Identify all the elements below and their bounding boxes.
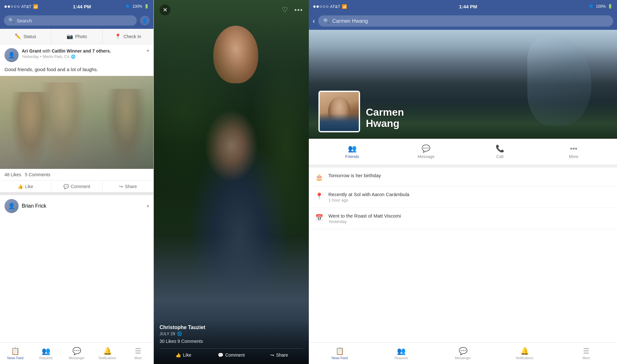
photo-comment-action[interactable]: 💬 Comment (207, 352, 255, 358)
nav-newsfeed-1[interactable]: 📋 News Feed (0, 343, 31, 364)
profile-clothes (320, 113, 359, 131)
profile-search-input[interactable]: 🔍 Carmen Hwang (318, 15, 613, 27)
nav-more-3[interactable]: ☰ More (555, 343, 617, 364)
photo-date-text: JULY 29 (160, 331, 175, 336)
status-bar-right-1: 🔵 100% 🔋 (126, 4, 149, 9)
nav-newsfeed-3[interactable]: 📋 News Feed (309, 343, 370, 364)
requests-label-1: Requests (39, 356, 53, 360)
heart-icon[interactable]: ♡ (282, 6, 288, 14)
comments-label-1: 5 Comments (25, 172, 50, 177)
nav-messenger-1[interactable]: 💬 Messenger (62, 343, 92, 364)
avatar-img-1: 👤 (4, 48, 19, 62)
info-text-event: Went to the Roast of Matt Viscomi Yester… (328, 213, 611, 224)
photo-like-action[interactable]: 👍 Like (160, 352, 207, 358)
nav-messenger-3[interactable]: 💬 Messenger (432, 343, 494, 364)
post-photo-1[interactable] (0, 76, 153, 169)
status-bar-left-3: AT&T 📶 (313, 4, 347, 9)
carrier-3: AT&T (330, 4, 340, 9)
author-name-1[interactable]: Ari Grant (22, 48, 41, 54)
photo-icon: 📷 (67, 33, 73, 39)
next-post-preview: 👤 Brian Frick ▾ (0, 195, 153, 217)
friends-icon-1[interactable]: 👤 (140, 16, 150, 25)
more-icon-1: ☰ (135, 347, 141, 355)
dot4-3 (323, 5, 325, 8)
comment-label-1: Comment (71, 184, 90, 189)
messenger-icon-1: 💬 (72, 347, 81, 355)
time-ago-1: Yesterday (22, 54, 39, 59)
dot5-3 (326, 5, 328, 8)
post-chevron-1[interactable]: ▾ (147, 48, 149, 53)
dot5 (17, 5, 20, 8)
more-action-label: More (569, 154, 579, 159)
action-bar-1: ✏️ Status 📷 Photo 📍 Check In (0, 29, 153, 44)
call-action-icon: 📞 (496, 145, 504, 153)
photo-like-icon: 👍 (176, 352, 181, 358)
search-placeholder-1: Search (17, 18, 32, 23)
forest-right (154, 0, 309, 364)
newsfeed-icon-1: 📋 (11, 347, 20, 355)
checkin-icon: 📍 (115, 33, 121, 39)
notifications-icon-1: 🔔 (103, 347, 112, 355)
friends-action-label: Friends (345, 154, 359, 159)
tagged-friends-1[interactable]: Caitlin Winner and 7 others. (52, 48, 111, 54)
photo-label: Photo (75, 34, 87, 39)
notifications-icon-3: 🔔 (520, 347, 529, 355)
bottom-nav-3: 📋 News Feed 👥 Requests 💬 Messenger 🔔 Not… (309, 342, 617, 364)
profile-name-line1: Carmen (366, 107, 404, 118)
post-time-1: Yesterday • Menlo Park, CA 🌐 (22, 54, 144, 59)
call-action-btn[interactable]: 📞 Call (463, 142, 537, 161)
birthday-icon: 🎂 (315, 173, 323, 181)
search-bar-1: 🔍 Search 👤 (0, 13, 153, 29)
more-action-btn[interactable]: ••• More (537, 142, 611, 161)
panel-photo-viewer: ✕ ♡ ••• Christophe Tauziet JULY 29 🌐 30 … (154, 0, 309, 364)
signal-dots-1 (4, 5, 20, 8)
next-post-chevron[interactable]: ▾ (147, 203, 149, 209)
status-bar-3: AT&T 📶 1:44 PM 🔵 100% 🔋 (309, 0, 617, 13)
wifi-icon-3: 📶 (342, 4, 347, 9)
friends-action-btn[interactable]: 👥 Friends (315, 142, 389, 161)
message-action-btn[interactable]: 💬 Message (389, 142, 463, 161)
person3-sim (105, 89, 147, 169)
back-button[interactable]: ‹ (313, 17, 315, 25)
photo-share-action[interactable]: ↪ Share (255, 352, 303, 358)
search-icon-1: 🔍 (8, 18, 14, 23)
photo-comment-label: Comment (225, 352, 245, 358)
checkin-button[interactable]: 📍 Check In (103, 29, 153, 44)
close-button[interactable]: ✕ (160, 4, 170, 15)
nav-requests-3[interactable]: 👥 Requests (370, 343, 432, 364)
share-action-1[interactable]: ↪ Share (103, 181, 153, 192)
photo-author-name: Christophe Tauziet (160, 325, 303, 330)
requests-icon-1: 👥 (42, 347, 50, 355)
nav-more-1[interactable]: ☰ More (123, 343, 153, 364)
battery-label-3: 100% (596, 4, 606, 9)
more-dots-icon[interactable]: ••• (294, 6, 303, 14)
nav-requests-1[interactable]: 👥 Requests (31, 343, 62, 364)
status-button[interactable]: ✏️ Status (0, 29, 51, 44)
comment-icon-1: 💬 (63, 184, 69, 189)
nav-notifications-1[interactable]: 🔔 Notifications (92, 343, 123, 364)
photo-share-icon: ↪ (270, 352, 274, 358)
newsfeed-label-3: News Feed (332, 356, 348, 360)
location-title: Recently at Sol with Aaron Carámbula (328, 192, 611, 197)
profile-info-list: 🎂 Tomorrow is her birthday 📍 Recently at… (309, 168, 617, 342)
battery-icon-1: 🔋 (144, 4, 149, 9)
like-action-1[interactable]: 👍 Like (0, 181, 51, 192)
status-bar-right-3: 🔵 100% 🔋 (589, 4, 613, 9)
avatar-1: 👤 (4, 48, 19, 62)
status-icon: ✏️ (15, 33, 21, 39)
signal-dots-3 (313, 5, 328, 8)
comment-action-1[interactable]: 💬 Comment (51, 181, 103, 192)
dot2 (8, 5, 10, 8)
messenger-label-3: Messenger (455, 356, 471, 360)
profile-action-bar: 👥 Friends 💬 Message 📞 Call ••• More (309, 139, 617, 165)
time-1: 1:44 PM (73, 4, 91, 9)
bluetooth-icon-1: 🔵 (126, 4, 130, 9)
bluetooth-icon-3: 🔵 (589, 4, 594, 9)
dot2-3 (317, 5, 319, 8)
nav-notifications-3[interactable]: 🔔 Notifications (494, 343, 555, 364)
profile-avatar-wrap: Carmen Hwang (318, 91, 404, 132)
search-input-wrap-1[interactable]: 🔍 Search (4, 15, 137, 26)
with-text-1: with (43, 48, 52, 54)
photo-button[interactable]: 📷 Photo (51, 29, 103, 44)
time-3: 1:44 PM (459, 4, 477, 9)
